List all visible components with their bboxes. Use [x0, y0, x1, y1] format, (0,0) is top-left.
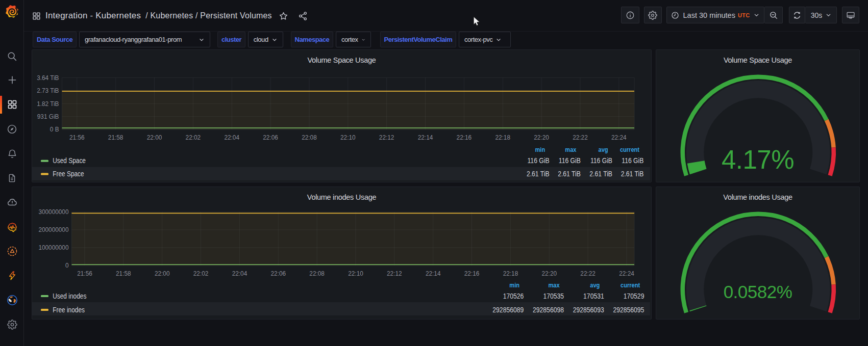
variable-value-dropdown[interactable]: cloud [248, 32, 283, 47]
sidebar-item-explore[interactable] [0, 119, 24, 139]
y-axis-label: 0 [65, 261, 69, 269]
cloud-exclamation-icon [7, 197, 18, 208]
x-axis-label: 22:00 [155, 270, 170, 277]
chevron-down-icon [495, 37, 502, 43]
legend-header-current[interactable]: current [621, 281, 640, 289]
refresh-icon [792, 11, 802, 20]
legend-label[interactable]: Free inodes [53, 306, 85, 314]
panel-volume-inodes-usage-gauge: Volume inodes Usage 0.0582% [656, 187, 860, 320]
series-fill [72, 213, 635, 265]
refresh-interval-picker[interactable]: 30s [805, 7, 837, 23]
variable-namespace: Namespace cortex [291, 32, 371, 47]
lightning-bolt-icon [7, 271, 17, 281]
breadcrumb-dashboard[interactable]: Integration - Kubernetes [45, 11, 141, 21]
legend-header-current[interactable]: current [620, 146, 640, 153]
gauge-value-text: 4.17% [656, 147, 859, 173]
variable-label: PersistentVolumeClaim [380, 32, 457, 47]
chevron-down-icon [271, 37, 278, 43]
compass-icon [7, 124, 17, 135]
dashboard-info-button[interactable] [621, 7, 639, 23]
x-axis-label: 22:24 [611, 134, 627, 141]
sidebar-item-k6[interactable] [0, 265, 24, 286]
gear-icon [648, 11, 657, 20]
legend-swatch [41, 160, 48, 162]
sidebar-item-synthetic-monitoring[interactable] [0, 290, 24, 310]
x-axis-label: 22:14 [426, 270, 441, 277]
sidebar-item-create[interactable] [0, 70, 24, 90]
sidebar-item-dashboards[interactable] [0, 94, 24, 115]
sidebar-item-settings[interactable] [0, 314, 24, 335]
legend-swatch [41, 173, 48, 175]
legend-stat: 2.61 TiB [527, 170, 550, 178]
dashboard-grid: Volume Space Usage 0 B931 GiB1.82 TiB2.7… [24, 49, 868, 346]
x-axis-label: 22:08 [302, 134, 317, 141]
legend-label[interactable]: Used inodes [53, 292, 86, 300]
dashboard-grid-icon[interactable] [32, 12, 41, 20]
y-axis-label: 200000000 [38, 226, 68, 233]
x-axis-label: 22:10 [340, 134, 356, 141]
timeseries-chart[interactable]: 0 B931 GiB1.82 TiB2.73 TiB3.64 TiB21:562… [32, 49, 651, 181]
variable-value-dropdown[interactable]: cortex [336, 32, 371, 47]
bell-icon [7, 148, 17, 158]
variable-value-dropdown[interactable]: grafanacloud-ryanggrafana01-prom [79, 32, 210, 47]
legend-swatch [41, 295, 48, 297]
star-button[interactable] [279, 11, 288, 21]
variable-cluster: cluster cloud [217, 32, 283, 47]
y-axis-label: 1.82 TiB [37, 100, 59, 108]
tv-mode-button[interactable] [842, 7, 859, 23]
x-axis-label: 22:22 [580, 270, 596, 277]
legend-header-min[interactable]: min [509, 281, 519, 289]
grafana-logo[interactable] [5, 4, 19, 18]
chevron-down-icon [199, 37, 205, 43]
sidebar-item-alerting[interactable] [0, 143, 24, 164]
variable-value-text: grafanacloud-ryanggrafana01-prom [85, 36, 182, 43]
panel-volume-inodes-usage: Volume inodes Usage 01000000002000000003… [32, 187, 652, 320]
legend-stat: 2.61 TiB [621, 170, 644, 178]
active-indicator [0, 96, 2, 114]
variable-datasource: Data Source grafanacloud-ryanggrafana01-… [33, 32, 210, 47]
legend-label[interactable]: Free Space [53, 170, 84, 178]
legend-header-avg[interactable]: avg [599, 146, 608, 153]
sidebar-item-cloud-alerts[interactable] [0, 192, 24, 212]
timeseries-chart[interactable]: 010000000020000000030000000021:5621:5822… [32, 187, 651, 318]
x-axis-label: 21:56 [77, 270, 92, 277]
star-icon [279, 11, 288, 21]
refresh-button[interactable] [789, 7, 805, 23]
legend-stat: 116 GiB [622, 156, 643, 165]
legend-label[interactable]: Used Space [53, 156, 86, 165]
sidebar-item-docs[interactable] [0, 168, 24, 188]
legend-header-min[interactable]: min [535, 146, 545, 153]
share-button[interactable] [298, 11, 308, 21]
legend-header-max[interactable]: max [549, 281, 560, 289]
document-icon [7, 173, 17, 183]
legend-header-max[interactable]: max [565, 146, 577, 153]
dashboards-grid-icon [7, 99, 17, 110]
chevron-down-icon [753, 12, 760, 18]
time-range-picker[interactable]: Last 30 minutes UTC [666, 7, 764, 23]
x-axis-label: 22:16 [457, 134, 472, 141]
toolbar-spacer [837, 7, 842, 23]
x-axis-label: 22:24 [619, 270, 634, 277]
breadcrumb-trail[interactable]: / Kubernetes / Persistent Volumes [145, 11, 272, 20]
legend-swatch [41, 309, 48, 311]
variable-value-dropdown[interactable]: cortex-pvc [459, 32, 511, 47]
zoom-out-button[interactable] [764, 7, 783, 23]
zoom-out-icon [769, 11, 778, 20]
x-axis-label: 21:58 [108, 134, 123, 141]
dashboard-settings-button[interactable] [644, 7, 662, 23]
y-axis-label: 931 GiB [37, 113, 59, 120]
toolbar-spacer [662, 7, 667, 23]
legend-header-avg[interactable]: avg [590, 281, 600, 289]
sidebar-item-search[interactable] [0, 46, 24, 66]
sidebar-item-machine-learning[interactable] [0, 217, 24, 237]
machine-learning-icon [6, 221, 18, 233]
x-axis-label: 22:12 [379, 134, 394, 141]
variable-pvc: PersistentVolumeClaim cortex-pvc [380, 32, 511, 47]
nav-sidebar [0, 0, 24, 346]
x-axis-label: 22:18 [495, 134, 510, 141]
y-axis-label: 0 B [50, 125, 59, 133]
chevron-down-icon [361, 37, 365, 43]
sidebar-item-incident[interactable] [0, 241, 24, 261]
x-axis-label: 22:04 [224, 134, 239, 141]
toolbar-spacer [639, 7, 644, 23]
